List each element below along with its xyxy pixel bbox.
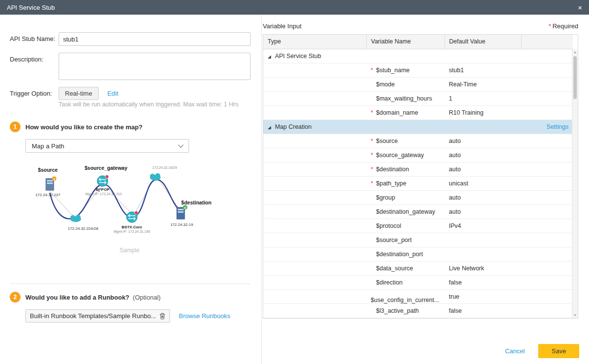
table-row[interactable]: $max_waiting_hours1: [263, 91, 573, 105]
variable-name-cell: *$path_type: [366, 176, 444, 190]
table-row[interactable]: $destination_port: [263, 247, 573, 261]
variable-input-title: Variable Input: [263, 22, 301, 30]
table-row[interactable]: $directionfalse: [263, 275, 573, 289]
scrollbar-thumb[interactable]: [573, 56, 577, 99]
variable-name: $group: [376, 194, 395, 201]
type-cell: [263, 303, 366, 318]
group-header-row[interactable]: ◢API Service Stub: [263, 49, 573, 63]
default-value-cell[interactable]: auto: [444, 148, 521, 162]
table-row[interactable]: *$destinationauto: [263, 162, 573, 176]
default-value-cell[interactable]: Live Network: [444, 261, 521, 275]
collapse-icon[interactable]: ◢: [268, 54, 271, 59]
trigger-value-box: Real-time: [59, 87, 99, 100]
type-cell: [263, 134, 366, 148]
table-row[interactable]: $destination_gatewayauto: [263, 204, 573, 219]
variable-name: $max_waiting_hours: [376, 95, 432, 102]
svg-text:D: D: [184, 206, 187, 209]
type-cell: [263, 77, 366, 91]
default-value-cell[interactable]: auto: [444, 134, 521, 148]
column-header-default-value[interactable]: Default Value: [444, 35, 521, 49]
section-divider: [10, 283, 251, 284]
default-value-cell[interactable]: R10 Training: [444, 105, 521, 120]
table-row[interactable]: $source_port: [263, 233, 573, 247]
core-mgmt-ip: Mgmt IP: 172.24.31.195: [114, 230, 150, 234]
variable-name-cell: $max_waiting_hours: [366, 91, 444, 105]
runbook-selected-box: Built-in Runbook Templates/Sample Runbo.…: [25, 309, 170, 323]
default-value-cell[interactable]: auto: [444, 162, 521, 176]
browse-runbooks-link[interactable]: Browse Runbooks: [179, 312, 231, 320]
default-value-cell[interactable]: [444, 233, 521, 247]
close-icon[interactable]: ×: [578, 4, 582, 11]
edit-trigger-link[interactable]: Edit: [107, 87, 118, 100]
trash-icon[interactable]: [159, 313, 166, 320]
gateway-name: Bj*POP: [96, 187, 110, 192]
table-row[interactable]: *$path_typeunicast: [263, 176, 573, 190]
default-value-cell[interactable]: auto: [444, 204, 521, 219]
destination-device-icon: D: [177, 205, 188, 220]
default-value-cell[interactable]: true: [444, 289, 521, 303]
default-value-cell[interactable]: unicast: [444, 176, 521, 190]
api-stub-name-input[interactable]: [59, 32, 251, 46]
type-cell: [263, 91, 366, 105]
description-input[interactable]: [59, 53, 251, 80]
map-type-dropdown[interactable]: Map a Path: [25, 139, 189, 153]
runbook-selected-value: Built-in Runbook Templates/Sample Runbo.…: [30, 312, 156, 320]
column-header-type[interactable]: Type: [263, 35, 366, 49]
runbook-row: Built-in Runbook Templates/Sample Runbo.…: [25, 309, 251, 323]
empty-cell: [521, 261, 573, 275]
default-value-cell[interactable]: auto: [444, 190, 521, 204]
empty-cell: [521, 176, 573, 190]
table-row[interactable]: *$domain_nameR10 Training: [263, 105, 573, 120]
default-value-cell[interactable]: Real-Time: [444, 77, 521, 91]
default-value-cell[interactable]: false: [444, 303, 521, 318]
scroll-down-icon[interactable]: ▾: [572, 313, 578, 317]
empty-cell: [521, 63, 573, 77]
column-header-variable-name[interactable]: Variable Name: [366, 35, 444, 49]
type-cell: [263, 261, 366, 275]
scroll-up-icon[interactable]: ▴: [572, 50, 578, 54]
gateway-mgmt-ip: Mgmt IP: 172.24.32.210: [85, 192, 122, 196]
table-row[interactable]: $data_sourceLive Network: [263, 261, 573, 275]
variable-name-cell: *$domain_name: [366, 105, 444, 120]
variable-name-cell: $l3_active_path: [366, 303, 444, 318]
variable-name: $destination: [376, 166, 409, 173]
default-value-cell[interactable]: 1: [444, 91, 521, 105]
group-header-row[interactable]: ◢Map CreationSettings: [263, 120, 573, 134]
default-value-cell[interactable]: stub1: [444, 63, 521, 77]
default-value-cell[interactable]: IPv4: [444, 219, 521, 233]
table-row[interactable]: *$stub_namestub1: [263, 63, 573, 77]
core-router-icon: [126, 211, 138, 223]
variable-name-cell: $destination_port: [366, 247, 444, 261]
table-row[interactable]: *$source_gatewayauto: [263, 148, 573, 162]
default-value-cell[interactable]: false: [444, 275, 521, 289]
required-asterisk: *: [371, 109, 376, 116]
default-value-cell[interactable]: [444, 247, 521, 261]
type-cell: [263, 204, 366, 219]
type-cell: [263, 219, 366, 233]
settings-link[interactable]: Settings: [547, 123, 568, 130]
table-row[interactable]: *$sourceauto: [263, 134, 573, 148]
save-button[interactable]: Save: [538, 344, 579, 358]
variable-name: $use_config_in_current...: [371, 297, 439, 303]
variable-name-cell: $group: [366, 190, 444, 204]
empty-cell: [521, 204, 573, 219]
table-row[interactable]: $protocolIPv4: [263, 219, 573, 233]
step-2-question-text: Would you like to add a Runbook?: [25, 294, 129, 301]
type-cell: [263, 247, 366, 261]
step-2-question: Would you like to add a Runbook?(Optiona…: [25, 294, 161, 301]
cancel-button[interactable]: Cancel: [505, 347, 525, 355]
collapse-icon[interactable]: ◢: [268, 125, 271, 130]
variable-table-container: Type Variable Name Default Value ◢API Se…: [263, 34, 578, 319]
required-asterisk: *: [371, 166, 376, 173]
scrollbar[interactable]: ▴ ▾: [572, 49, 578, 318]
table-row[interactable]: $modeReal-Time: [263, 77, 573, 91]
empty-cell: [521, 233, 573, 247]
table-row[interactable]: $l3_active_pathfalse: [263, 303, 573, 318]
table-row[interactable]: $groupauto: [263, 190, 573, 204]
description-label: Description:: [10, 53, 59, 80]
variable-name-cell: $mode: [366, 77, 444, 91]
variable-name: $path_type: [376, 180, 406, 187]
table-row[interactable]: $use_config_in_current...true: [263, 289, 573, 303]
description-row: Description:: [10, 53, 251, 80]
empty-cell: [521, 162, 573, 176]
